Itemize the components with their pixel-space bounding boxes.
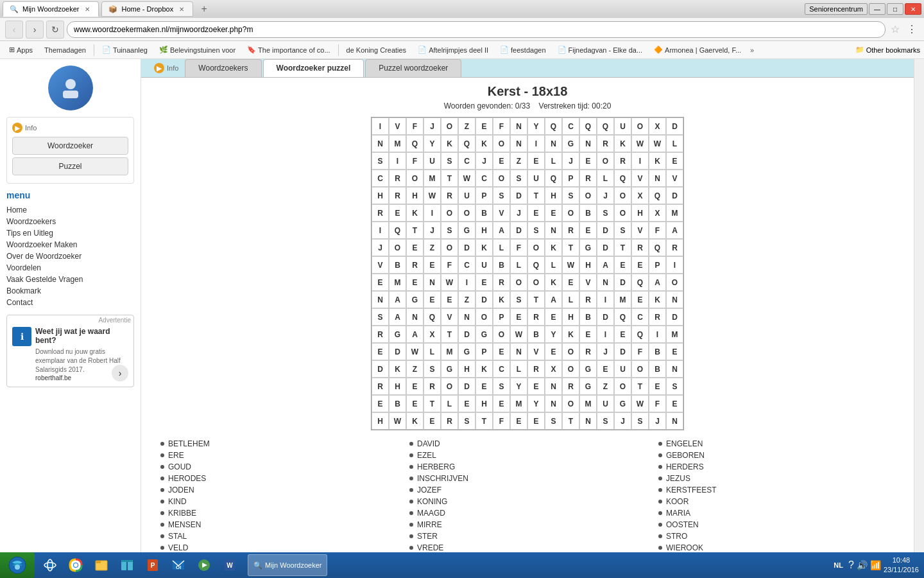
grid-cell-4-3[interactable]: W [424, 187, 441, 204]
grid-cell-12-3[interactable]: X [424, 326, 441, 343]
grid-cell-7-3[interactable]: Z [424, 239, 441, 256]
grid-cell-17-14[interactable]: J [614, 412, 631, 430]
grid-cell-13-5[interactable]: G [458, 343, 475, 360]
grid-cell-14-16[interactable]: B [649, 360, 666, 378]
grid-cell-5-13[interactable]: S [597, 204, 614, 222]
grid-cell-15-11[interactable]: R [562, 378, 579, 395]
grid-cell-8-9[interactable]: Q [527, 256, 545, 274]
menu-over[interactable]: Over de Woordzoeker [6, 250, 134, 262]
grid-cell-7-5[interactable]: D [458, 239, 475, 256]
grid-cell-13-12[interactable]: R [579, 343, 597, 360]
grid-cell-7-0[interactable]: J [372, 239, 389, 256]
start-button[interactable] [0, 552, 35, 578]
grid-cell-1-15[interactable]: W [631, 135, 649, 152]
grid-cell-11-5[interactable]: N [458, 308, 475, 326]
grid-cell-15-1[interactable]: H [389, 378, 406, 395]
grid-cell-17-1[interactable]: W [389, 412, 406, 430]
grid-cell-1-1[interactable]: M [389, 135, 406, 152]
grid-cell-16-8[interactable]: M [510, 395, 527, 412]
grid-cell-3-0[interactable]: C [372, 170, 389, 187]
grid-cell-5-10[interactable]: E [545, 204, 562, 222]
grid-cell-17-3[interactable]: E [424, 412, 441, 430]
grid-cell-5-16[interactable]: X [649, 204, 666, 222]
grid-cell-14-9[interactable]: R [527, 360, 545, 378]
menu-bookmark[interactable]: Bookmark [6, 285, 134, 297]
greenbutton-icon[interactable] [191, 553, 217, 577]
tab-puzzel-woordzoeker[interactable]: Puzzel woordzoeker [365, 59, 461, 77]
other-bookmarks[interactable]: 📁 Other bookmarks [855, 46, 920, 54]
grid-cell-9-0[interactable]: E [372, 274, 389, 291]
bookmark-koning[interactable]: de Koning Creaties [341, 43, 412, 57]
grid-cell-10-17[interactable]: N [666, 291, 683, 308]
grid-cell-7-12[interactable]: G [579, 239, 597, 256]
grid-cell-2-7[interactable]: E [493, 152, 510, 170]
grid-cell-0-14[interactable]: U [614, 118, 631, 135]
grid-cell-12-5[interactable]: D [458, 326, 475, 343]
grid-cell-2-10[interactable]: L [545, 152, 562, 170]
grid-cell-6-0[interactable]: I [372, 222, 389, 239]
grid-cell-9-17[interactable]: O [666, 274, 683, 291]
grid-cell-4-2[interactable]: H [406, 187, 424, 204]
grid-cell-7-11[interactable]: T [562, 239, 579, 256]
menu-voordelen[interactable]: Voordelen [6, 262, 134, 274]
grid-cell-15-6[interactable]: E [475, 378, 493, 395]
grid-cell-1-13[interactable]: R [597, 135, 614, 152]
grid-cell-5-7[interactable]: V [493, 204, 510, 222]
grid-cell-16-0[interactable]: E [372, 395, 389, 412]
bookmark-belevingstuinen[interactable]: 🌿 Belevingstuinen voor [154, 43, 241, 57]
grid-cell-4-7[interactable]: S [493, 187, 510, 204]
grid-cell-13-15[interactable]: F [631, 343, 649, 360]
grid-cell-15-12[interactable]: G [579, 378, 597, 395]
grid-cell-2-14[interactable]: R [614, 152, 631, 170]
tab-2[interactable]: 🔍 Mijn Woordzoeker ✕ [3, 1, 99, 17]
grid-cell-17-10[interactable]: S [545, 412, 562, 430]
grid-cell-9-9[interactable]: O [527, 274, 545, 291]
grid-cell-15-4[interactable]: O [441, 378, 458, 395]
bookmark-tuinaanleg[interactable]: 📄 Tuinaanleg [97, 43, 153, 57]
tab-woordzoekers[interactable]: Woordzoekers [185, 59, 261, 77]
grid-cell-1-2[interactable]: Q [406, 135, 424, 152]
grid-cell-8-3[interactable]: E [424, 256, 441, 274]
grid-cell-2-5[interactable]: C [458, 152, 475, 170]
grid-cell-15-17[interactable]: S [666, 378, 683, 395]
grid-cell-16-16[interactable]: F [649, 395, 666, 412]
files-icon[interactable] [114, 553, 140, 577]
grid-cell-4-13[interactable]: J [597, 187, 614, 204]
grid-cell-16-7[interactable]: E [493, 395, 510, 412]
grid-cell-8-7[interactable]: B [493, 256, 510, 274]
grid-cell-12-16[interactable]: I [649, 326, 666, 343]
grid-cell-1-9[interactable]: I [527, 135, 545, 152]
grid-cell-2-1[interactable]: I [389, 152, 406, 170]
grid-cell-6-13[interactable]: D [597, 222, 614, 239]
grid-cell-15-3[interactable]: R [424, 378, 441, 395]
bookmark-themadagen[interactable]: Themadagen [39, 43, 91, 57]
grid-cell-0-15[interactable]: O [631, 118, 649, 135]
menu-button[interactable]: ⋮ [905, 22, 919, 37]
grid-cell-8-2[interactable]: R [406, 256, 424, 274]
tab-woordzoeker-puzzel[interactable]: Woordzoeker puzzel [263, 59, 364, 77]
grid-cell-4-0[interactable]: H [372, 187, 389, 204]
grid-cell-12-6[interactable]: G [475, 326, 493, 343]
grid-cell-15-2[interactable]: E [406, 378, 424, 395]
grid-cell-14-3[interactable]: S [424, 360, 441, 378]
grid-cell-8-12[interactable]: H [579, 256, 597, 274]
grid-cell-3-4[interactable]: T [441, 170, 458, 187]
grid-cell-11-7[interactable]: P [493, 308, 510, 326]
grid-cell-16-14[interactable]: G [614, 395, 631, 412]
grid-cell-12-11[interactable]: K [562, 326, 579, 343]
grid-cell-10-3[interactable]: E [424, 291, 441, 308]
grid-cell-5-14[interactable]: O [614, 204, 631, 222]
grid-cell-9-14[interactable]: D [614, 274, 631, 291]
grid-cell-6-6[interactable]: H [475, 222, 493, 239]
grid-cell-0-11[interactable]: C [562, 118, 579, 135]
grid-cell-15-9[interactable]: E [527, 378, 545, 395]
grid-cell-7-9[interactable]: O [527, 239, 545, 256]
grid-cell-6-16[interactable]: F [649, 222, 666, 239]
grid-cell-14-0[interactable]: D [372, 360, 389, 378]
grid-cell-0-7[interactable]: F [493, 118, 510, 135]
grid-cell-14-1[interactable]: K [389, 360, 406, 378]
chrome-icon[interactable] [63, 553, 89, 577]
grid-cell-6-12[interactable]: E [579, 222, 597, 239]
grid-cell-8-17[interactable]: I [666, 256, 683, 274]
grid-cell-4-11[interactable]: S [562, 187, 579, 204]
